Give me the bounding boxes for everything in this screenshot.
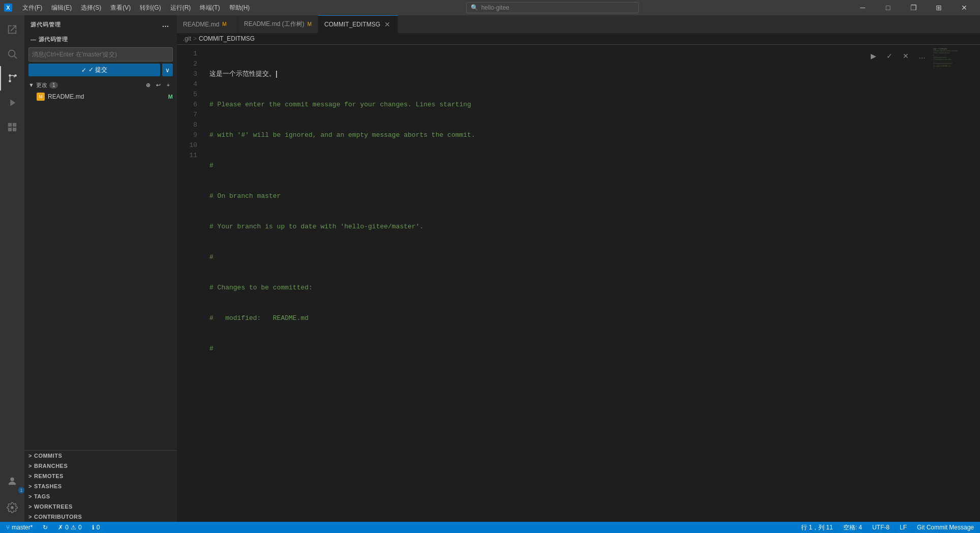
cursor-position[interactable]: 行 1，列 11 <box>799 522 835 533</box>
svg-rect-8 <box>13 128 16 131</box>
commit-label: ✓ 提交 <box>88 66 107 74</box>
menu-terminal[interactable]: 终端(T) <box>196 3 224 13</box>
svg-line-1 <box>14 56 17 58</box>
tab-readme[interactable]: README.md M <box>177 15 238 33</box>
error-status[interactable]: ✗ 0 ⚠ 0 <box>56 522 83 533</box>
contributors-label: CONTRIBUTORS <box>34 514 82 520</box>
activity-search[interactable] <box>0 42 24 66</box>
menu-edit[interactable]: 编辑(E) <box>47 3 76 13</box>
section-collapse-icon: — <box>30 37 37 43</box>
sync-status[interactable]: ↻ <box>41 522 50 533</box>
code-line-1: 这是一个示范性提交。 <box>209 69 932 79</box>
sidebar: 源代码管理 … — 源代码管理 ✓ ✓ 提交 ∨ ▼ 更改 <box>24 15 177 522</box>
sidebar-more-icon[interactable]: … <box>161 19 171 29</box>
code-editor[interactable]: 这是一个示范性提交。 # Please enter the commit mes… <box>201 45 932 522</box>
activity-settings[interactable] <box>0 495 24 520</box>
commit-button[interactable]: ✓ ✓ 提交 <box>28 64 160 76</box>
activity-run[interactable] <box>0 91 24 115</box>
run-current-file-button[interactable]: ▶ <box>866 49 880 63</box>
line-num-4: 4 <box>177 79 197 90</box>
commit-dropdown-button[interactable]: ∨ <box>162 64 173 76</box>
maximize-button[interactable]: □ <box>876 0 900 15</box>
commit-message-input[interactable] <box>28 47 173 62</box>
info-status[interactable]: ℹ 0 <box>90 522 102 533</box>
tab-commit-editmsg[interactable]: COMMIT_EDITMSG ✕ <box>318 15 398 33</box>
line-num-1: 1 <box>177 49 197 59</box>
code-text-5: # On branch master <box>209 191 281 201</box>
branch-status[interactable]: ⑂ master* <box>4 522 35 533</box>
line-num-7: 7 <box>177 110 197 120</box>
editor-toolbar: ▶ ✓ ✕ … <box>866 49 929 63</box>
close-button[interactable]: ✕ <box>953 0 976 15</box>
main-layout: 1 源代码管理 … — 源代码管理 ✓ ✓ 提交 ∨ <box>0 15 980 522</box>
contributors-section[interactable]: > CONTRIBUTORS <box>24 512 177 522</box>
code-line-4: # <box>209 161 932 171</box>
menu-view[interactable]: 查看(V) <box>106 3 135 13</box>
svg-point-0 <box>9 50 15 57</box>
code-line-10: # <box>209 344 932 354</box>
activity-bar: 1 <box>0 15 24 522</box>
code-text-10: # <box>209 344 213 354</box>
editor-scrollbar[interactable] <box>973 45 980 522</box>
accept-commit-button[interactable]: ✓ <box>882 49 897 63</box>
activity-extensions[interactable] <box>0 115 24 139</box>
file-item[interactable]: M README.md ↗ ↩ + M <box>24 92 177 102</box>
discard-all-icon[interactable]: ↩ <box>154 80 163 90</box>
branches-section[interactable]: > BRANCHES <box>24 461 177 471</box>
window-controls: ─ □ ❐ ⊞ ✕ <box>851 0 976 15</box>
code-text-3: # with '#' will be ignored, and an empty… <box>209 130 475 140</box>
commits-label: COMMITS <box>34 453 62 459</box>
worktrees-section[interactable]: > WORKTREES <box>24 501 177 512</box>
remotes-label: REMOTES <box>34 473 64 479</box>
sidebar-header-icons: … <box>161 19 171 29</box>
activity-explorer[interactable] <box>0 17 24 42</box>
line-ending-text: LF <box>900 524 907 531</box>
position-text: 行 1，列 11 <box>801 523 833 532</box>
menu-run[interactable]: 运行(R) <box>166 3 195 13</box>
tags-label: TAGS <box>34 493 50 499</box>
tags-chevron-icon: > <box>28 493 32 499</box>
tab-readme-worktree[interactable]: README.md (工作树) M <box>238 15 318 33</box>
branch-name: master* <box>12 524 33 531</box>
menu-goto[interactable]: 转到(G) <box>136 3 165 13</box>
source-control-section[interactable]: — 源代码管理 <box>24 34 177 45</box>
svg-point-9 <box>10 478 14 481</box>
global-search-bar[interactable]: 🔍 hello-gitee <box>466 2 639 13</box>
commits-section[interactable]: > COMMITS <box>24 451 177 461</box>
title-bar: X 文件(F) 编辑(E) 选择(S) 查看(V) 转到(G) 运行(R) 终端… <box>0 0 980 15</box>
stashes-section[interactable]: > STASHES <box>24 481 177 491</box>
line-ending-status[interactable]: LF <box>898 522 909 533</box>
more-editor-options-button[interactable]: … <box>915 49 929 63</box>
breadcrumb-root[interactable]: .git <box>183 35 191 42</box>
restore-button[interactable]: ❐ <box>902 0 925 15</box>
tab-close-icon[interactable]: ✕ <box>383 20 391 29</box>
open-changes-icon[interactable]: ⊕ <box>143 80 152 90</box>
sidebar-header: 源代码管理 … <box>24 15 177 34</box>
tab-readme-worktree-modified-icon: M <box>308 21 312 27</box>
worktrees-label: WORKTREES <box>34 504 73 510</box>
tags-section[interactable]: > TAGS <box>24 491 177 501</box>
activity-bottom: 1 <box>0 469 24 520</box>
menu-help[interactable]: 帮助(H) <box>225 3 254 13</box>
line-numbers: 1 2 3 4 5 6 7 8 9 10 11 <box>177 45 201 522</box>
encoding-status[interactable]: UTF-8 <box>870 522 892 533</box>
breadcrumb-file[interactable]: COMMIT_EDITMSG <box>199 35 255 42</box>
commit-check-icon: ✓ <box>81 67 86 74</box>
changes-header[interactable]: ▼ 更改 1 ⊕ ↩ + <box>24 78 177 92</box>
language-status[interactable]: Git Commit Message <box>915 522 976 533</box>
code-line-2: # Please enter the commit message for yo… <box>209 100 932 110</box>
info-count: 0 <box>97 524 100 531</box>
minimize-button[interactable]: ─ <box>851 0 874 15</box>
stage-all-icon[interactable]: + <box>164 80 173 90</box>
spaces-text: 空格: 4 <box>843 523 862 532</box>
indent-status[interactable]: 空格: 4 <box>841 522 864 533</box>
layout-button[interactable]: ⊞ <box>927 0 951 15</box>
discard-commit-button[interactable]: ✕ <box>899 49 913 63</box>
activity-account[interactable]: 1 <box>0 469 24 493</box>
remotes-section[interactable]: > REMOTES <box>24 471 177 481</box>
branches-label: BRANCHES <box>34 463 68 469</box>
changes-header-icons: ⊕ ↩ + <box>143 80 173 90</box>
menu-select[interactable]: 选择(S) <box>77 3 105 13</box>
menu-file[interactable]: 文件(F) <box>18 3 46 13</box>
activity-source-control[interactable] <box>0 66 24 91</box>
